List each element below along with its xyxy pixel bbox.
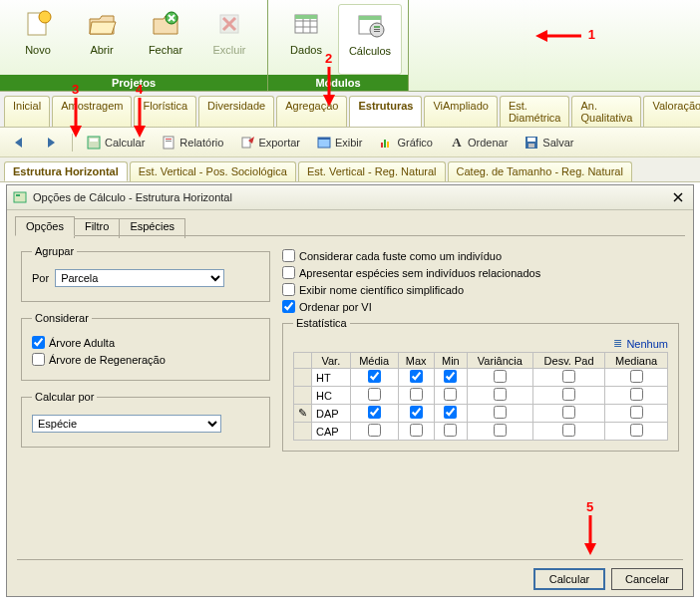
stats-mediana-checkbox[interactable] [630, 424, 643, 437]
subtab-est-vert-pos[interactable]: Est. Vertical - Pos. Sociológica [130, 161, 296, 181]
calcular-por-legend: Calcular por [32, 391, 97, 403]
svg-rect-20 [374, 31, 380, 32]
calcs-button[interactable]: Cálculos [338, 4, 402, 75]
svg-rect-18 [374, 26, 380, 28]
stats-variancia-checkbox[interactable] [494, 370, 507, 383]
nenhum-link[interactable]: Nenhum [626, 338, 668, 350]
tab-inicial[interactable]: Inicial [4, 96, 50, 127]
svg-rect-36 [527, 138, 535, 142]
stats-desvpad-checkbox[interactable] [562, 406, 575, 419]
open-button[interactable]: Abrir [70, 4, 134, 75]
stats-media-checkbox[interactable] [368, 424, 381, 437]
tab-an-qualitativa[interactable]: An. Qualitativa [571, 96, 641, 127]
arrow-left-icon [11, 135, 27, 151]
stats-var-cell: CAP [312, 423, 351, 441]
stats-mediana-checkbox[interactable] [630, 370, 643, 383]
svg-rect-14 [295, 15, 317, 19]
dialog-button-bar: Calcular Cancelar [17, 559, 683, 590]
svg-marker-21 [15, 138, 22, 148]
delete-button: Excluir [197, 4, 261, 75]
delete-icon [213, 8, 245, 40]
nav-forward-button[interactable] [40, 133, 62, 152]
data-button[interactable]: Dados [274, 4, 338, 75]
stats-desvpad-checkbox[interactable] [562, 424, 575, 437]
stats-min-checkbox[interactable] [444, 406, 457, 419]
stats-desvpad-checkbox[interactable] [562, 370, 575, 383]
stats-max-checkbox[interactable] [410, 406, 423, 419]
calcular-button[interactable]: Calcular [83, 133, 148, 152]
stats-mediana-checkbox[interactable] [630, 388, 643, 401]
subtab-est-horizontal[interactable]: Estrutura Horizontal [4, 161, 128, 181]
svg-rect-24 [90, 139, 98, 142]
exportar-button[interactable]: Exportar [236, 133, 303, 152]
new-button[interactable]: Novo [6, 4, 70, 75]
group-agrupar: Agrupar Por Parcela [21, 245, 270, 302]
nav-back-button[interactable] [8, 133, 30, 152]
svg-marker-22 [48, 138, 55, 148]
grafico-button[interactable]: Gráfico [375, 133, 435, 152]
stats-min-checkbox[interactable] [444, 370, 457, 383]
nome-cientifico-checkbox[interactable] [282, 283, 295, 296]
group-estatistica: Estatística ≣ Nenhum Var.MédiaMaxMinVari… [282, 317, 679, 452]
relatorio-button[interactable]: Relatório [158, 133, 226, 152]
dialog-icon [13, 189, 29, 205]
dialog-title: Opções de Cálculo - Estrutura Horizontal [33, 191, 669, 203]
tab-agregacao[interactable]: Agregação [276, 96, 347, 127]
stats-max-checkbox[interactable] [410, 370, 423, 383]
stats-desvpad-checkbox[interactable] [562, 388, 575, 401]
svg-rect-27 [166, 141, 172, 142]
especies-sem-ind-checkbox[interactable] [282, 266, 295, 279]
stats-min-checkbox[interactable] [444, 424, 457, 437]
fuste-individuo-checkbox[interactable] [282, 249, 295, 262]
open-button-label: Abrir [90, 44, 113, 56]
subtab-categ-tamanho[interactable]: Categ. de Tamanho - Reg. Natural [448, 161, 632, 181]
close-button[interactable] [669, 189, 687, 205]
stats-row: HT [294, 369, 668, 387]
stats-mediana-checkbox[interactable] [630, 406, 643, 419]
calcular-por-select[interactable]: Espécie [32, 415, 221, 433]
options-dialog: Opções de Cálculo - Estrutura Horizontal… [6, 184, 694, 597]
svg-rect-34 [387, 142, 389, 148]
stats-max-checkbox[interactable] [410, 424, 423, 437]
toolbar-separator [72, 134, 73, 152]
ordenar-button[interactable]: AOrdenar [446, 133, 511, 152]
stats-media-checkbox[interactable] [368, 370, 381, 383]
close-button[interactable]: Fechar [134, 4, 197, 75]
stats-variancia-checkbox[interactable] [494, 424, 507, 437]
arvore-adulta-checkbox[interactable] [32, 336, 45, 349]
svg-rect-38 [14, 192, 26, 202]
stats-variancia-checkbox[interactable] [494, 388, 507, 401]
calcs-button-label: Cálculos [349, 45, 391, 57]
tab-estruturas[interactable]: Estruturas [349, 96, 422, 127]
arvore-adulta-label: Árvore Adulta [49, 337, 115, 349]
svg-rect-26 [166, 139, 172, 140]
arvore-regen-checkbox[interactable] [32, 353, 45, 366]
save-icon [524, 135, 539, 151]
tab-amostragem[interactable]: Amostragem [52, 96, 132, 127]
tab-viampliado[interactable]: ViAmpliado [424, 96, 497, 127]
cancelar-button[interactable]: Cancelar [611, 568, 683, 590]
stats-col-header: Var. [312, 353, 351, 369]
exibir-button[interactable]: Exibir [313, 133, 366, 152]
calcular-dialog-button[interactable]: Calcular [533, 568, 605, 590]
stats-var-cell: HC [312, 387, 351, 405]
tab-diversidade[interactable]: Diversidade [198, 96, 274, 127]
ordenar-vi-checkbox[interactable] [282, 300, 295, 313]
estatistica-legend: Estatística [293, 317, 350, 329]
salvar-button[interactable]: Salvar [521, 133, 576, 152]
stats-media-checkbox[interactable] [368, 388, 381, 401]
stats-max-checkbox[interactable] [410, 388, 423, 401]
agrupar-select[interactable]: Parcela [55, 269, 224, 287]
view-icon [316, 135, 332, 151]
dialog-tab-opções[interactable]: Opções [15, 216, 75, 236]
stats-min-checkbox[interactable] [444, 388, 457, 401]
subtab-est-vert-reg[interactable]: Est. Vertical - Reg. Natural [298, 161, 446, 181]
tab-valoracao[interactable]: Valoração [643, 96, 700, 127]
stats-variancia-checkbox[interactable] [494, 406, 507, 419]
calculator-icon [86, 135, 102, 151]
tab-floristica[interactable]: Florística [134, 96, 196, 127]
tab-est-diametrica[interactable]: Est. Diamétrica [500, 96, 570, 127]
exibir-label: Exibir [335, 137, 363, 149]
considerar-legend: Considerar [32, 312, 92, 324]
stats-media-checkbox[interactable] [368, 406, 381, 419]
